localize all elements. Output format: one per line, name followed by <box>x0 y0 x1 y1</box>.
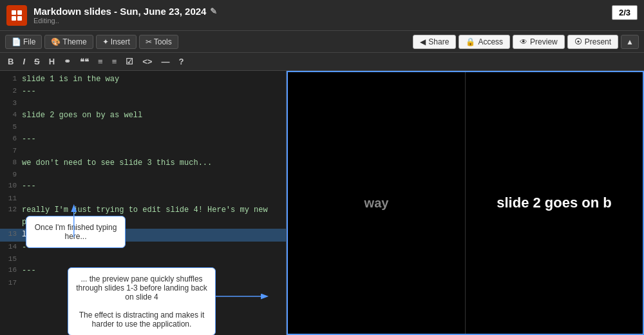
toolbar-left: 📄 File 🎨 Theme ✦ Insert ✂ Tools <box>5 35 178 49</box>
file-icon: 📄 <box>12 37 21 46</box>
line-text: slide 2 goes on by as well <box>22 110 282 122</box>
editor-line-13[interactable]: 13lkjasndfkjnasdf <box>0 229 286 241</box>
theme-icon: 🎨 <box>51 37 61 46</box>
editor-line-9[interactable]: 9 <box>0 169 286 181</box>
slide-preview-1: way <box>288 72 466 334</box>
code-button[interactable]: <> <box>140 56 155 67</box>
link-button[interactable]: ⚭ <box>61 56 73 67</box>
theme-button[interactable]: 🎨 Theme <box>44 35 93 49</box>
bold-button[interactable]: B <box>5 56 16 67</box>
preview-label: Preview <box>530 37 558 46</box>
editor-line-15[interactable]: 15 <box>0 254 286 265</box>
title-text-group: Markdown slides - Sun, June 23, 2024 ✎ E… <box>33 6 217 24</box>
line-number: 13 <box>4 229 17 240</box>
slide-2-text: slide 2 goes on b <box>497 195 611 211</box>
share-label: Share <box>428 37 449 46</box>
line-text: lkjasndfkjnasdf <box>22 229 282 241</box>
ordered-list-button[interactable]: ≡ <box>95 56 106 67</box>
editor-line-11[interactable]: 11 <box>0 193 286 205</box>
share-button[interactable]: ◀ Share <box>413 35 456 49</box>
share-icon: ◀ <box>420 37 426 46</box>
file-button[interactable]: 📄 File <box>5 35 42 49</box>
page-counter: 2/3 <box>612 5 638 20</box>
line-text: we don't need to see slide 3 this much..… <box>22 157 282 169</box>
italic-button[interactable]: I <box>20 56 28 67</box>
preview-inner: way slide 2 goes on b <box>288 72 643 334</box>
line-text: --- <box>22 265 282 277</box>
line-number: 6 <box>4 133 17 145</box>
insert-icon: ✦ <box>102 37 109 46</box>
present-label: Present <box>585 37 611 46</box>
strikethrough-button[interactable]: S <box>32 56 43 67</box>
unordered-list-button[interactable]: ≡ <box>109 56 120 67</box>
app-logo <box>6 5 27 26</box>
line-number: 5 <box>4 122 17 133</box>
main-content: 1slide 1 is in the way2---34slide 2 goes… <box>0 71 644 335</box>
editor-line-2[interactable]: 2--- <box>0 86 286 98</box>
editor-line-17[interactable]: 17 <box>0 278 286 289</box>
line-text: really I'm just trying to edit slide 4! … <box>22 204 282 229</box>
tools-button[interactable]: ✂ Tools <box>139 35 178 49</box>
line-number: 14 <box>4 242 17 253</box>
line-text: --- <box>22 86 282 98</box>
editor-line-14[interactable]: 14--- <box>0 242 286 254</box>
doc-title-text: Markdown slides - Sun, June 23, 2024 <box>33 6 206 17</box>
title-bar: Markdown slides - Sun, June 23, 2024 ✎ E… <box>0 0 644 31</box>
line-number: 11 <box>4 193 17 205</box>
lock-icon: 🔒 <box>466 37 475 46</box>
line-text: slide 1 is in the way <box>22 73 282 86</box>
callout-2-line2: The effect is distracting and makes it h… <box>79 311 205 329</box>
editor-line-10[interactable]: 10--- <box>0 180 286 193</box>
line-number: 8 <box>4 157 17 169</box>
editor-line-5[interactable]: 5 <box>0 122 286 133</box>
line-text: --- <box>22 180 282 193</box>
preview-button[interactable]: 👁 Preview <box>513 35 565 49</box>
scroll-up-button[interactable]: ▲ <box>621 35 639 49</box>
heading-button[interactable]: H <box>46 56 57 67</box>
editor-line-8[interactable]: 8we don't need to see slide 3 this much.… <box>0 157 286 169</box>
editor-line-6[interactable]: 6--- <box>0 133 286 146</box>
access-label: Access <box>478 37 503 46</box>
line-number: 3 <box>4 98 17 110</box>
hr-button[interactable]: — <box>158 56 172 67</box>
line-number: 16 <box>4 265 17 276</box>
line-text: --- <box>22 133 282 146</box>
line-number: 12 <box>4 204 17 216</box>
edit-pencil-icon[interactable]: ✎ <box>210 6 217 16</box>
tools-label: Tools <box>154 37 172 46</box>
slide-1-text: way <box>365 196 389 211</box>
editor-line-12[interactable]: 12really I'm just trying to edit slide 4… <box>0 204 286 229</box>
insert-button[interactable]: ✦ Insert <box>96 35 137 49</box>
access-button[interactable]: 🔒 Access <box>459 35 510 49</box>
present-button[interactable]: ⦿ Present <box>567 35 618 49</box>
line-number: 9 <box>4 169 17 181</box>
line-number: 10 <box>4 180 17 192</box>
line-number: 4 <box>4 110 17 121</box>
line-text: --- <box>22 242 282 254</box>
doc-title: Markdown slides - Sun, June 23, 2024 ✎ <box>33 6 217 17</box>
file-label: File <box>23 37 35 46</box>
editor-line-7[interactable]: 7 <box>0 146 286 157</box>
svg-rect-1 <box>17 10 22 15</box>
theme-label: Theme <box>62 37 86 46</box>
editor-content[interactable]: 1slide 1 is in the way2---34slide 2 goes… <box>0 71 286 291</box>
line-number: 2 <box>4 86 17 97</box>
editor-line-3[interactable]: 3 <box>0 98 286 110</box>
svg-rect-3 <box>17 16 22 21</box>
editor-line-1[interactable]: 1slide 1 is in the way <box>0 73 286 86</box>
editor-line-16[interactable]: 16--- <box>0 265 286 277</box>
help-button[interactable]: ? <box>176 56 186 67</box>
present-icon: ⦿ <box>574 37 582 46</box>
preview-pane: way slide 2 goes on b <box>287 71 644 335</box>
editor-pane[interactable]: 1slide 1 is in the way2---34slide 2 goes… <box>0 71 287 335</box>
checkbox-button[interactable]: ☑ <box>123 56 136 67</box>
editor-line-4[interactable]: 4slide 2 goes on by as well <box>0 110 286 122</box>
line-number: 17 <box>4 278 17 289</box>
format-bar: B I S H ⚭ ❝❝ ≡ ≡ ☑ <> — ? <box>0 53 644 71</box>
blockquote-button[interactable]: ❝❝ <box>77 56 91 67</box>
insert-label: Insert <box>111 37 130 46</box>
tools-icon: ✂ <box>146 37 152 46</box>
svg-rect-0 <box>12 10 16 15</box>
line-number: 7 <box>4 146 17 157</box>
eye-icon: 👁 <box>520 37 527 46</box>
